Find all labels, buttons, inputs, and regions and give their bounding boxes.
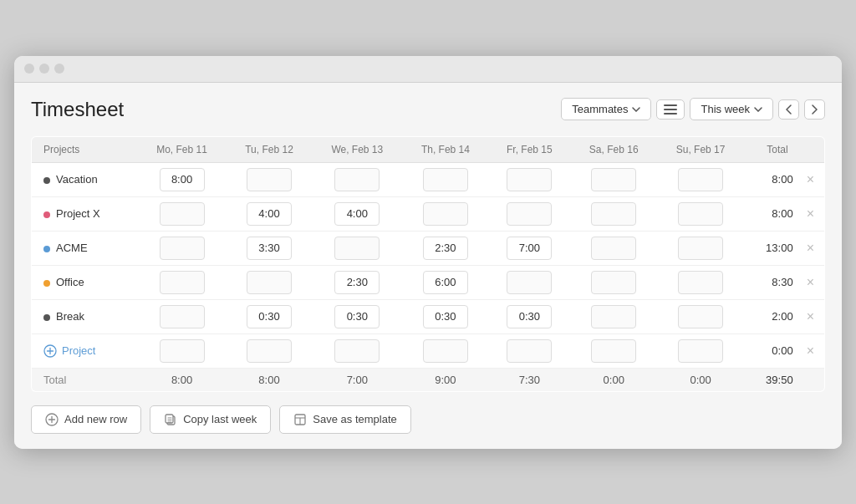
time-input[interactable] (678, 168, 723, 191)
time-input[interactable] (247, 237, 292, 260)
time-input[interactable] (160, 202, 205, 226)
svg-rect-1 (664, 109, 677, 110)
time-input[interactable] (678, 305, 723, 328)
time-input[interactable] (678, 237, 723, 260)
minimize-light (39, 64, 49, 74)
titlebar (14, 56, 842, 83)
project-cell: ACME (32, 231, 138, 265)
time-input[interactable] (334, 339, 380, 363)
time-input[interactable] (423, 237, 468, 260)
day-cell (403, 162, 489, 196)
next-week-button[interactable] (804, 99, 825, 120)
add-project-label[interactable]: Project (43, 344, 134, 358)
project-name: Project X (56, 207, 100, 220)
total-day-cell: 9:00 (403, 368, 489, 391)
time-input[interactable] (247, 305, 292, 328)
time-input[interactable] (160, 237, 205, 260)
table-row: ACME13:00× (32, 231, 825, 265)
add-project-cell[interactable]: Project (32, 333, 138, 368)
time-input[interactable] (507, 271, 552, 294)
add-new-row-button[interactable]: Add new row (31, 405, 141, 434)
time-input[interactable] (334, 305, 380, 328)
time-input[interactable] (423, 202, 468, 226)
time-input[interactable] (160, 339, 205, 363)
chevron-left-icon (786, 104, 792, 115)
footer-row: Add new row Copy last week (31, 405, 825, 434)
table-row: Project X8:00× (32, 196, 825, 231)
col-header-projects: Projects (32, 136, 138, 162)
time-input[interactable] (507, 305, 552, 328)
day-cell (570, 231, 657, 265)
col-header-sun: Su, Feb 17 (657, 136, 744, 162)
add-project-row: Project 0:00× (32, 333, 825, 368)
delete-cell: × (800, 162, 825, 196)
time-input[interactable] (334, 202, 380, 226)
project-name: Vacation (56, 173, 98, 186)
list-icon (664, 104, 677, 115)
day-cell (227, 162, 312, 196)
page-title: Timesheet (31, 98, 124, 121)
time-input[interactable] (591, 202, 636, 226)
time-input[interactable] (334, 168, 380, 191)
add-total-cell: 0:00 (744, 333, 800, 368)
col-header-delete (800, 136, 825, 162)
time-input[interactable] (160, 305, 205, 328)
delete-row-button[interactable]: × (803, 171, 818, 188)
time-input[interactable] (591, 271, 636, 294)
copy-last-week-label: Copy last week (183, 413, 257, 425)
time-input[interactable] (591, 339, 636, 363)
time-input[interactable] (507, 237, 552, 260)
project-cell: Break (32, 299, 138, 333)
time-input[interactable] (678, 339, 723, 363)
time-input[interactable] (591, 237, 636, 260)
delete-row-button[interactable]: × (803, 240, 818, 257)
add-day-cell (137, 333, 227, 368)
this-week-button[interactable]: This week (690, 98, 773, 120)
time-input[interactable] (247, 339, 292, 363)
project-cell: Project X (32, 196, 138, 231)
time-input[interactable] (507, 339, 552, 363)
time-input[interactable] (247, 271, 292, 294)
time-input[interactable] (423, 271, 468, 294)
add-day-cell (312, 333, 402, 368)
total-cell: 8:00 (744, 196, 800, 231)
time-input[interactable] (591, 168, 636, 191)
time-input[interactable] (334, 237, 380, 260)
time-input[interactable] (678, 202, 723, 226)
time-input[interactable] (247, 202, 292, 226)
time-input[interactable] (160, 168, 205, 191)
delete-row-button[interactable]: × (803, 206, 818, 222)
add-day-cell (570, 333, 657, 368)
header-row: Timesheet Teammates This week (31, 98, 825, 121)
time-input[interactable] (423, 305, 468, 328)
total-day-cell: 7:00 (312, 368, 402, 391)
list-view-button[interactable] (656, 99, 685, 120)
time-input[interactable] (507, 202, 552, 226)
table-row: Break2:00× (32, 299, 825, 333)
time-input[interactable] (591, 305, 636, 328)
time-input[interactable] (160, 271, 205, 294)
project-dot (43, 177, 50, 184)
time-input[interactable] (423, 168, 468, 191)
day-cell (312, 231, 402, 265)
prev-week-button[interactable] (778, 99, 799, 120)
template-icon (293, 413, 307, 426)
save-as-template-button[interactable]: Save as template (279, 405, 410, 434)
day-cell (137, 265, 227, 299)
add-delete-button[interactable]: × (803, 343, 818, 359)
delete-cell: × (800, 196, 825, 231)
delete-row-button[interactable]: × (803, 274, 818, 291)
day-cell (570, 299, 657, 333)
time-input[interactable] (334, 271, 380, 294)
copy-last-week-button[interactable]: Copy last week (150, 405, 271, 434)
day-cell (488, 196, 570, 231)
delete-row-button[interactable]: × (803, 308, 818, 325)
time-input[interactable] (507, 168, 552, 191)
time-input[interactable] (678, 271, 723, 294)
time-input[interactable] (247, 168, 292, 191)
total-day-cell: 8:00 (137, 368, 227, 391)
time-input[interactable] (423, 339, 468, 363)
close-light (24, 64, 34, 74)
chevron-right-icon (812, 104, 818, 115)
teammates-button[interactable]: Teammates (561, 98, 651, 120)
